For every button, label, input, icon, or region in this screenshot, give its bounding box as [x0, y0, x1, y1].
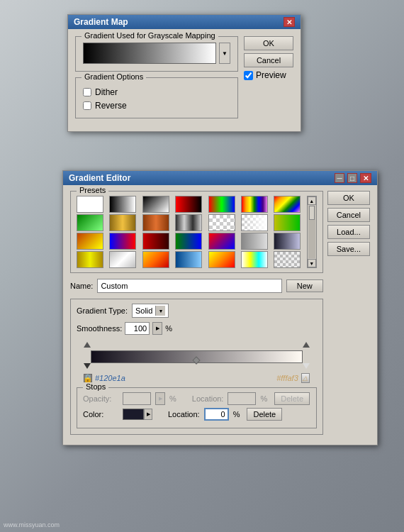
color-swatch-container[interactable]: ▶ — [123, 409, 152, 420]
gradient-map-title: Gradient Map — [74, 17, 128, 27]
editor-right-buttons: OK Cancel Load... Save... — [327, 191, 370, 256]
preset-item[interactable] — [175, 251, 202, 268]
preset-item[interactable] — [142, 251, 169, 268]
editor-cancel-button[interactable]: Cancel — [327, 208, 370, 222]
midpoint-marker[interactable] — [193, 358, 199, 363]
gradient-editor-title-bar: Gradient Editor ─ □ ✕ — [63, 171, 377, 185]
gradient-map-cancel-button[interactable]: Cancel — [244, 53, 293, 67]
gradient-options-group: Gradient Options Dither Reverse — [75, 77, 238, 118]
new-button[interactable]: New — [286, 279, 323, 292]
color-swatch[interactable] — [123, 409, 144, 420]
preset-item[interactable] — [77, 251, 103, 268]
gradient-used-label: Gradient Used for Grayscale Mapping — [82, 31, 218, 40]
preset-item[interactable] — [109, 196, 136, 213]
scrollbar-up-arrow[interactable]: ▲ — [308, 196, 316, 205]
preset-item[interactable] — [142, 196, 169, 213]
preset-item[interactable] — [208, 196, 235, 213]
preview-checkbox[interactable] — [244, 71, 253, 80]
gradient-editor-close-button[interactable]: ✕ — [360, 173, 371, 183]
gradient-dropdown-arrow[interactable]: ▼ — [219, 43, 230, 64]
color-location-unit: % — [233, 410, 240, 419]
diamond-icon — [193, 356, 201, 364]
editor-load-button[interactable]: Load... — [327, 225, 370, 239]
gradient-map-title-bar: Gradient Map ✕ — [68, 15, 301, 29]
preset-item[interactable] — [274, 233, 301, 250]
gradient-map-buttons: OK Cancel Preview — [244, 36, 293, 124]
preset-item[interactable] — [274, 251, 301, 268]
smoothness-label: Smoothness: — [77, 324, 122, 333]
preset-item[interactable] — [208, 251, 235, 268]
gradient-preview-bar[interactable] — [83, 43, 216, 64]
color-delete-button[interactable]: Delete — [247, 408, 282, 421]
preset-item[interactable] — [175, 233, 202, 250]
scrollbar-track — [308, 206, 315, 258]
gradient-type-row: Gradient Type: Solid ▼ — [77, 304, 317, 318]
left-lock-icon: 🔒 — [84, 374, 92, 382]
minimize-button[interactable]: ─ — [335, 173, 344, 183]
maximize-button[interactable]: □ — [347, 173, 357, 183]
scrollbar-down-arrow[interactable]: ▼ — [308, 259, 316, 267]
preset-item[interactable] — [109, 214, 136, 231]
scrollbar-thumb[interactable] — [309, 206, 315, 220]
preview-row: Preview — [244, 70, 293, 80]
editor-left: Presets — [70, 191, 323, 439]
smoothness-unit: % — [165, 324, 172, 333]
select-dropdown-arrow[interactable]: ▼ — [155, 306, 165, 316]
preset-item[interactable] — [109, 251, 136, 268]
color-dropdown-arrow[interactable]: ▶ — [144, 409, 152, 420]
gradient-map-ok-button[interactable]: OK — [244, 36, 293, 50]
gradient-map-dialog: Gradient Map ✕ Gradient Used for Graysca… — [67, 14, 301, 132]
right-color-stop[interactable] — [303, 363, 310, 372]
preset-item[interactable] — [77, 196, 103, 213]
gradient-type-select[interactable]: Solid ▼ — [132, 304, 169, 318]
name-row: Name: New — [70, 279, 323, 293]
presets-label: Presets — [77, 186, 108, 194]
left-color-stop-arrow — [84, 363, 91, 369]
right-opacity-stop[interactable] — [303, 342, 310, 350]
gradient-type-group: Gradient Type: Solid ▼ Smoothness: ▶ % — [70, 299, 323, 435]
opacity-stops-row: Opacity: ▶ % Location: % Delete — [83, 392, 310, 405]
preset-item[interactable] — [77, 233, 103, 250]
preset-item[interactable] — [241, 196, 268, 213]
gradient-slider-area — [77, 340, 317, 373]
preset-item[interactable] — [175, 196, 202, 213]
preset-item[interactable] — [109, 233, 136, 250]
opacity-location-label: Location: — [192, 394, 224, 403]
preset-item[interactable] — [175, 214, 202, 231]
dither-checkbox[interactable] — [83, 88, 91, 96]
smoothness-input[interactable] — [125, 322, 150, 335]
right-stop-arrow — [303, 342, 310, 348]
preset-item[interactable] — [77, 214, 103, 231]
editor-save-button[interactable]: Save... — [327, 242, 370, 256]
preset-item[interactable] — [208, 214, 235, 231]
name-input[interactable] — [97, 279, 281, 293]
gradient-editor-content: Presets — [63, 185, 377, 445]
presets-grid — [77, 196, 305, 268]
gradient-preview-row: ▼ — [83, 43, 230, 64]
gradient-type-value: Solid — [135, 306, 152, 315]
stops-group: Stops Opacity: ▶ % Location: % Delete — [77, 387, 317, 428]
editor-ok-button[interactable]: OK — [327, 191, 370, 205]
right-color-stop-arrow — [303, 363, 310, 369]
preset-item[interactable] — [274, 196, 301, 213]
gradient-map-close-button[interactable]: ✕ — [284, 17, 295, 27]
preset-item[interactable] — [142, 233, 169, 250]
preset-item[interactable] — [208, 233, 235, 250]
title-bar-controls: ─ □ ✕ — [335, 173, 371, 183]
left-stop-arrow — [84, 342, 91, 348]
preview-label: Preview — [256, 70, 286, 80]
opacity-location-input — [228, 392, 256, 405]
preset-item[interactable] — [241, 214, 268, 231]
presets-scrollbar[interactable]: ▲ ▼ — [307, 196, 317, 268]
gradient-options-label: Gradient Options — [82, 72, 146, 81]
reverse-checkbox[interactable] — [83, 101, 91, 110]
preset-item[interactable] — [241, 251, 268, 268]
left-opacity-stop[interactable] — [84, 342, 91, 350]
preset-item[interactable] — [142, 214, 169, 231]
color-location-input[interactable] — [204, 408, 229, 421]
left-color-stop[interactable] — [84, 363, 91, 372]
preset-item[interactable] — [241, 233, 268, 250]
preset-item[interactable] — [274, 214, 301, 231]
smoothness-stepper[interactable]: ▶ — [152, 322, 162, 335]
color-location-label: Location: — [168, 410, 200, 419]
